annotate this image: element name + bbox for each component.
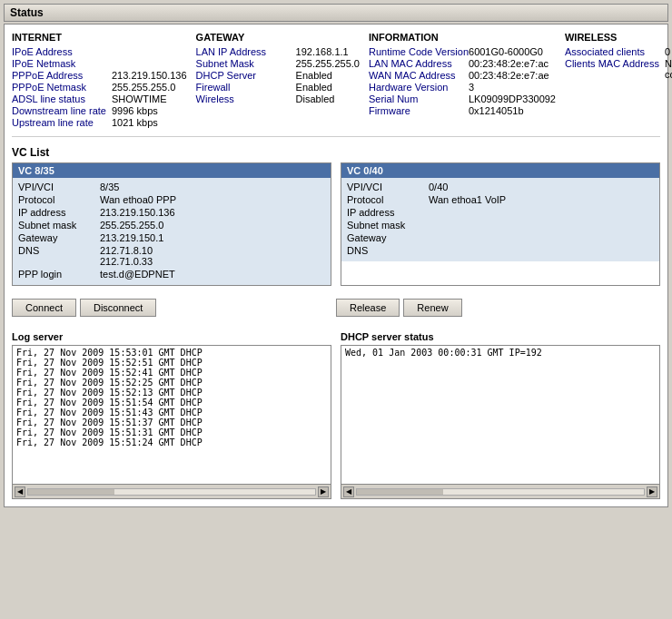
- vc2-protocol-value: Wan ethoa1 VoIP: [429, 194, 506, 205]
- wireless-col: WIRELESS Associated clients 0 Clients MA…: [565, 32, 672, 129]
- scroll-track[interactable]: [27, 488, 316, 496]
- log-entry: Fri, 27 Nov 2009 15:52:25 GMT DHCP: [16, 378, 327, 388]
- ipoe-address-label: IPoE Address: [12, 46, 112, 57]
- log-server-panel: Log server Fri, 27 Nov 2009 15:53:01 GMT…: [12, 331, 331, 499]
- status-row: Upstream line rate 1021 kbps: [12, 117, 187, 128]
- vc-row: Gateway: [347, 232, 654, 243]
- status-row: ADSL line status SHOWTIME: [12, 93, 187, 104]
- dhcp-scroll-right-button[interactable]: ▶: [647, 486, 657, 497]
- vc1-protocol-value: Wan ethoa0 PPP: [100, 194, 176, 205]
- vc1-dns-value: 212.71.8.10212.71.0.33: [100, 245, 153, 267]
- vc-row: DNS 212.71.8.10212.71.0.33: [18, 245, 325, 267]
- vc1-ppp-value: test.d@EDPNET: [100, 269, 175, 280]
- log-entry: Fri, 27 Nov 2009 15:53:01 GMT DHCP: [16, 348, 327, 358]
- vc1-ip-value: 213.219.150.136: [100, 207, 175, 218]
- vc1-vpivci-label: VPI/VCI: [18, 182, 100, 192]
- subnet-mask-value: 255.255.255.0: [296, 58, 360, 69]
- firmware-value: 0x1214051b: [469, 105, 524, 116]
- status-row: DHCP Server Enabled: [196, 70, 360, 81]
- adsl-status-value: SHOWTIME: [112, 93, 167, 104]
- status-row: Downstream line rate 9996 kbps: [12, 105, 187, 116]
- vc-row: Protocol Wan ethoa0 PPP: [18, 194, 325, 205]
- wireless-value: Disabled: [296, 93, 335, 104]
- status-row: Firewall Enabled: [196, 82, 360, 93]
- downstream-label: Downstream line rate: [12, 105, 112, 116]
- log-entry: Fri, 27 Nov 2009 15:52:41 GMT DHCP: [16, 368, 327, 378]
- vc1-subnet-value: 255.255.255.0: [100, 220, 163, 231]
- dhcp-scroll-track[interactable]: [356, 488, 645, 496]
- pppoe-netmask-value: 255.255.255.0: [112, 82, 175, 93]
- status-row: Clients MAC Address No station connected: [565, 58, 672, 80]
- scroll-left-button[interactable]: ◀: [15, 486, 25, 497]
- vc2-gateway-label: Gateway: [347, 232, 429, 243]
- dhcp-server-label: DHCP Server: [196, 70, 296, 81]
- vc1-dns-label: DNS: [18, 245, 100, 267]
- pppoe-address-label: PPPoE Address: [12, 70, 112, 81]
- status-row: WAN MAC Address 00:23:48:2e:e7:ae: [369, 70, 556, 81]
- vc1-vpivci-value: 8/35: [100, 182, 119, 192]
- gateway-col: GATEWAY LAN IP Address 192.168.1.1 Subne…: [196, 32, 369, 129]
- status-row: PPPoE Netmask 255.255.255.0: [12, 82, 187, 93]
- dhcp-hscrollbar[interactable]: ◀ ▶: [341, 484, 659, 498]
- information-heading: INFORMATION: [369, 32, 556, 43]
- dhcp-server-box[interactable]: Wed, 01 Jan 2003 00:00:31 GMT IP=192: [341, 346, 659, 484]
- vc1-protocol-label: Protocol: [18, 194, 100, 205]
- status-row: Subnet Mask 255.255.255.0: [196, 58, 360, 69]
- internet-col: INTERNET IPoE Address IPoE Netmask PPPoE…: [12, 32, 196, 129]
- upstream-value: 1021 kbps: [112, 117, 158, 128]
- status-title: Status: [10, 6, 44, 19]
- vc-row: Protocol Wan ethoa1 VoIP: [347, 194, 654, 205]
- connect-button[interactable]: Connect: [12, 299, 76, 317]
- vc-row: PPP login test.d@EDPNET: [18, 269, 325, 280]
- renew-button[interactable]: Renew: [403, 299, 461, 317]
- dhcp-scroll-left-button[interactable]: ◀: [343, 486, 354, 497]
- vc1-gateway-value: 213.219.150.1: [100, 232, 163, 243]
- serial-num-value: LK09099DP330092: [469, 93, 556, 104]
- disconnect-button[interactable]: Disconnect: [80, 299, 156, 317]
- vc1-buttons: Connect Disconnect: [12, 295, 336, 320]
- vc1-ppp-label: PPP login: [18, 269, 100, 280]
- assoc-clients-value: 0: [665, 46, 670, 57]
- internet-heading: INTERNET: [12, 32, 187, 43]
- vc1-gateway-label: Gateway: [18, 232, 100, 243]
- vc2-header: VC 0/40: [341, 163, 659, 178]
- pppoe-address-value: 213.219.150.136: [112, 70, 187, 81]
- log-entry: Fri, 27 Nov 2009 15:52:13 GMT DHCP: [16, 388, 327, 398]
- dhcp-server-panel: DHCP server status Wed, 01 Jan 2003 00:0…: [341, 331, 660, 499]
- hw-version-value: 3: [469, 82, 474, 93]
- log-entry: Fri, 27 Nov 2009 15:51:54 GMT DHCP: [16, 398, 327, 408]
- status-row: Hardware Version 3: [369, 82, 556, 93]
- log-hscrollbar[interactable]: ◀ ▶: [13, 484, 331, 498]
- subnet-mask-label: Subnet Mask: [196, 58, 296, 69]
- log-entry: Fri, 27 Nov 2009 15:51:24 GMT DHCP: [16, 437, 327, 447]
- status-section: INTERNET IPoE Address IPoE Netmask PPPoE…: [12, 32, 660, 137]
- scroll-right-button[interactable]: ▶: [318, 486, 329, 497]
- assoc-clients-label: Associated clients: [565, 46, 665, 57]
- status-row: Associated clients 0: [565, 46, 672, 57]
- log-server-box[interactable]: Fri, 27 Nov 2009 15:53:01 GMT DHCP Fri, …: [13, 346, 331, 484]
- status-header: Status: [4, 4, 668, 22]
- pppoe-netmask-label: PPPoE Netmask: [12, 82, 112, 93]
- status-row: LAN IP Address 192.168.1.1: [196, 46, 360, 57]
- status-row: Firmware 0x1214051b: [369, 105, 556, 116]
- lan-ip-label: LAN IP Address: [196, 46, 296, 57]
- serial-num-label: Serial Num: [369, 93, 469, 104]
- dhcp-entry: Wed, 01 Jan 2003 00:00:31 GMT IP=192: [345, 348, 656, 358]
- status-row: LAN MAC Address 00:23:48:2e:e7:ac: [369, 58, 556, 69]
- vc1-body: VPI/VCI 8/35 Protocol Wan ethoa0 PPP IP …: [13, 178, 331, 285]
- buttons-row: Connect Disconnect Release Renew: [12, 295, 660, 320]
- vc2-card: VC 0/40 VPI/VCI 0/40 Protocol Wan ethoa1…: [341, 162, 660, 286]
- firmware-label: Firmware: [369, 105, 469, 116]
- vc-row: Gateway 213.219.150.1: [18, 232, 325, 243]
- log-entry: Fri, 27 Nov 2009 15:52:51 GMT DHCP: [16, 358, 327, 368]
- status-row: Serial Num LK09099DP330092: [369, 93, 556, 104]
- wan-mac-label: WAN MAC Address: [369, 70, 469, 81]
- release-button[interactable]: Release: [336, 299, 400, 317]
- firewall-value: Enabled: [296, 82, 332, 93]
- firewall-label: Firewall: [196, 82, 296, 93]
- runtime-label: Runtime Code Version: [369, 46, 469, 57]
- wireless-heading: WIRELESS: [565, 32, 672, 43]
- lan-mac-label: LAN MAC Address: [369, 58, 469, 69]
- wireless-label: Wireless: [196, 93, 296, 104]
- dhcp-scroll-thumb: [357, 489, 443, 495]
